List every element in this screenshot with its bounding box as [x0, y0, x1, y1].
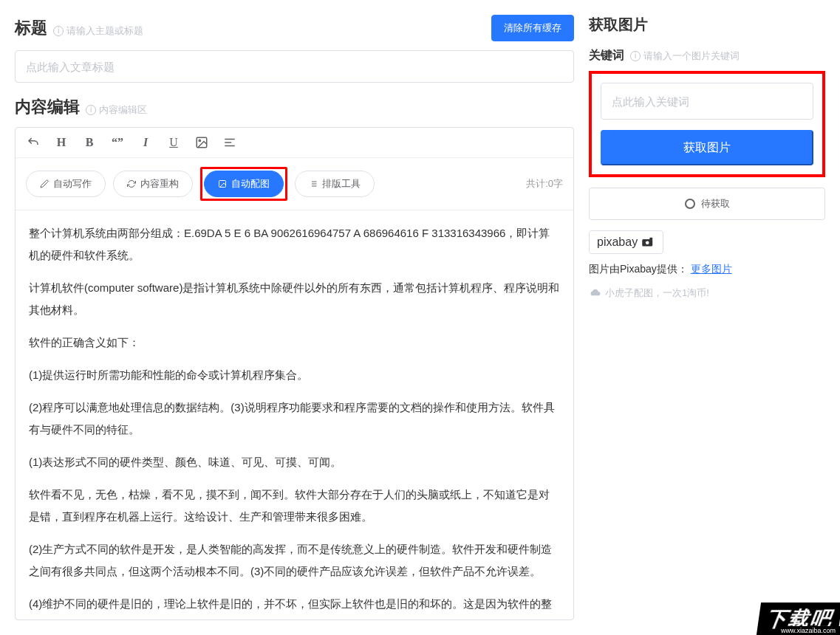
- refresh-icon: [127, 179, 136, 188]
- pencil-icon: [40, 179, 49, 188]
- paragraph: (4)维护不同的硬件是旧的，理论上软件是旧的，并不坏，但实际上软件也是旧的和坏的…: [29, 593, 560, 619]
- title-label: 标题: [15, 17, 47, 39]
- article-title-input[interactable]: [15, 50, 574, 83]
- paragraph: 软件看不见，无色，枯燥，看不见，摸不到，闻不到。软件大部分存在于人们的头脑或纸上…: [29, 484, 560, 528]
- paragraph: 计算机软件(computer software)是指计算机系统中除硬件以外的所有…: [29, 277, 560, 321]
- paragraph: (1)表达形式不同的硬件类型、颜色、味道、可见、可摸、可闻。: [29, 451, 560, 473]
- paragraph: 整个计算机系统由两部分组成：E.69DA 5 E 6 BA 9062616964…: [29, 222, 560, 267]
- undo-icon[interactable]: [26, 135, 41, 150]
- svg-rect-14: [649, 238, 652, 240]
- content-hint: i 内容编辑区: [86, 103, 147, 117]
- info-icon: i: [86, 105, 96, 115]
- paragraph: (1)提供运行时所需功能和性能的命令或计算机程序集合。: [29, 364, 560, 386]
- svg-point-13: [646, 241, 649, 244]
- word-count: 共计:0字: [526, 177, 563, 190]
- feature-toolbar: 自动写作 内容重构 自动配图 排版工具 共计:0字: [16, 158, 573, 210]
- editor-box: H B “” I U 自动写作 内容重构: [15, 127, 574, 620]
- right-panel-title: 获取图片: [589, 15, 825, 35]
- keyword-label: 关键词: [589, 48, 624, 64]
- fetch-image-button[interactable]: 获取图片: [601, 130, 813, 165]
- footer-hint: 小虎子配图，一次1淘币!: [589, 286, 825, 300]
- clear-cache-button[interactable]: 清除所有缓存: [491, 15, 574, 41]
- cloud-icon: [589, 289, 601, 298]
- circle-icon: [685, 199, 695, 209]
- title-header: 标题 i 请输入主题或标题 清除所有缓存: [15, 15, 574, 41]
- image-small-icon: [218, 179, 227, 188]
- underline-icon[interactable]: U: [166, 135, 181, 150]
- layout-icon: [309, 179, 318, 188]
- bold-icon[interactable]: B: [82, 135, 97, 150]
- paragraph: 软件的正确含义如下：: [29, 332, 560, 354]
- image-icon[interactable]: [194, 135, 209, 150]
- paragraph: (2)程序可以满意地处理信息的数据结构。(3)说明程序功能要求和程序需要的文档的…: [29, 397, 560, 441]
- content-label: 内容编辑: [15, 96, 80, 118]
- info-icon: i: [53, 26, 64, 36]
- keyword-highlight-box: 获取图片: [589, 71, 825, 177]
- quote-icon[interactable]: “”: [110, 135, 125, 150]
- pixabay-badge: pixabay: [589, 230, 663, 254]
- paragraph: (2)生产方式不同的软件是开发，是人类智能的高发挥，而不是传统意义上的硬件制造。…: [29, 538, 560, 583]
- auto-write-button[interactable]: 自动写作: [26, 171, 106, 197]
- pending-button[interactable]: 待获取: [589, 188, 825, 220]
- align-left-icon[interactable]: [222, 135, 237, 150]
- layout-tool-button[interactable]: 排版工具: [295, 171, 375, 197]
- heading-icon[interactable]: H: [54, 135, 69, 150]
- auto-image-button[interactable]: 自动配图: [204, 171, 284, 197]
- highlight-auto-image: 自动配图: [200, 167, 287, 201]
- keyword-hint: i 请输入一个图片关键词: [630, 49, 740, 63]
- title-hint: i 请输入主题或标题: [53, 24, 143, 38]
- credit-line: 图片由Pixabay提供： 更多图片: [589, 263, 825, 276]
- camera-icon: [641, 237, 655, 247]
- watermark-url: www.xiazaiba.com: [776, 626, 840, 635]
- more-images-link[interactable]: 更多图片: [691, 263, 732, 275]
- svg-point-1: [199, 140, 200, 141]
- editor-content[interactable]: 整个计算机系统由两部分组成：E.69DA 5 E 6 BA 9062616964…: [16, 210, 573, 619]
- italic-icon[interactable]: I: [138, 135, 153, 150]
- keyword-input[interactable]: [601, 83, 813, 120]
- info-icon: i: [630, 51, 641, 61]
- format-toolbar: H B “” I U: [16, 128, 573, 158]
- restructure-button[interactable]: 内容重构: [113, 171, 193, 197]
